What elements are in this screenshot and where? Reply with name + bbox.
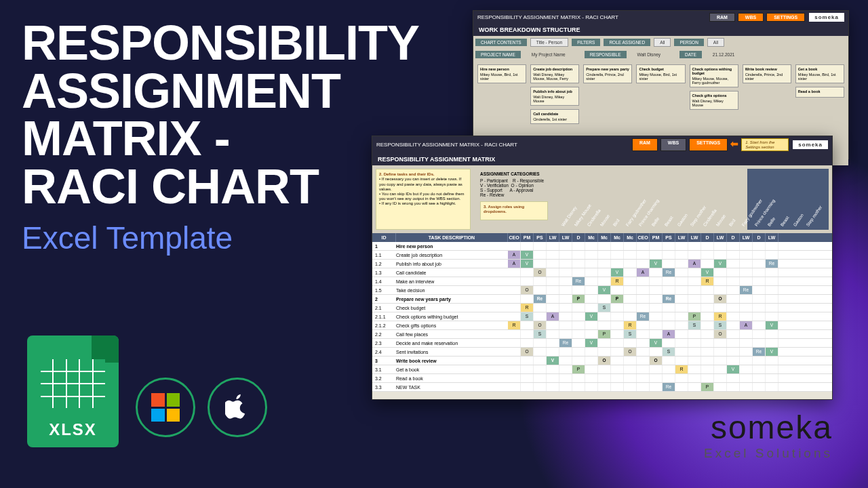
assignment-cell[interactable]: R [521, 304, 534, 312]
assignment-cell[interactable] [559, 295, 572, 303]
assignment-cell[interactable] [559, 268, 572, 277]
assignment-cell[interactable] [663, 286, 675, 294]
assignment-cell[interactable] [714, 374, 727, 382]
assignment-cell[interactable]: P [572, 365, 585, 373]
assignment-cell[interactable] [534, 339, 547, 347]
assignment-cell[interactable] [714, 383, 727, 391]
assignment-cell[interactable] [650, 277, 663, 285]
assignment-cell[interactable] [727, 304, 740, 312]
table-row[interactable]: 3.2Read a book [372, 374, 832, 383]
assignment-cell[interactable] [585, 357, 598, 365]
assignment-cell[interactable] [559, 348, 572, 356]
assignment-cell[interactable] [521, 357, 534, 365]
table-row[interactable]: 1Hire new person [372, 242, 832, 251]
assignment-cell[interactable] [559, 260, 572, 268]
assignment-cell[interactable] [727, 357, 740, 365]
assignment-cell[interactable] [547, 277, 559, 285]
assignment-cell[interactable] [688, 357, 701, 365]
assignment-cell[interactable] [508, 330, 521, 338]
assignment-cell[interactable] [727, 312, 740, 321]
assignment-cell[interactable] [624, 260, 637, 268]
assignment-cell[interactable] [740, 268, 753, 277]
assignment-cell[interactable] [572, 312, 585, 321]
assignment-cell[interactable] [585, 277, 598, 285]
assignment-cell[interactable] [740, 357, 753, 365]
assignment-cell[interactable] [701, 260, 714, 268]
assignment-cell[interactable] [753, 383, 766, 391]
assignment-cell[interactable]: P [572, 295, 585, 303]
assignment-cell[interactable] [650, 304, 663, 312]
assignment-cell[interactable] [637, 348, 650, 356]
table-row[interactable]: 1.1Create job descriptionAV [372, 251, 832, 260]
assignment-cell[interactable]: O [534, 268, 547, 277]
assignment-cell[interactable]: P [688, 312, 701, 321]
assignment-cell[interactable] [572, 251, 585, 259]
assignment-cell[interactable] [598, 365, 611, 373]
assignment-cell[interactable] [753, 295, 766, 303]
assignment-cell[interactable] [637, 277, 650, 285]
assignment-cell[interactable] [508, 304, 521, 312]
assignment-cell[interactable] [663, 277, 675, 285]
assignment-cell[interactable] [663, 374, 675, 382]
assignment-cell[interactable] [714, 286, 727, 294]
assignment-cell[interactable] [637, 260, 650, 268]
assignment-cell[interactable] [534, 383, 547, 391]
settings-button-2[interactable]: SETTINGS [689, 138, 728, 151]
assignment-cell[interactable] [753, 312, 766, 321]
assignment-cell[interactable] [714, 357, 727, 365]
table-row[interactable]: 3.1Get a bookPRV [372, 365, 832, 374]
assignment-cell[interactable] [559, 242, 572, 250]
assignment-cell[interactable] [624, 357, 637, 365]
assignment-cell[interactable]: Re [663, 295, 675, 303]
assignment-cell[interactable] [675, 268, 688, 277]
assignment-cell[interactable]: V [521, 260, 534, 268]
assignment-cell[interactable] [650, 251, 663, 259]
assignment-cell[interactable] [559, 357, 572, 365]
assignment-cell[interactable]: A [637, 268, 650, 277]
assignment-cell[interactable] [727, 383, 740, 391]
wbs-card[interactable]: Create job descriptionWalt Disney, Mikey… [530, 64, 579, 83]
assignment-cell[interactable]: Re [534, 295, 547, 303]
assignment-cell[interactable] [675, 321, 688, 329]
assignment-cell[interactable] [766, 251, 778, 259]
assignment-cell[interactable] [650, 312, 663, 321]
ram-button[interactable]: RAM [709, 13, 735, 22]
assignment-cell[interactable] [766, 304, 778, 312]
assignment-cell[interactable] [675, 330, 688, 338]
assignment-cell[interactable] [688, 268, 701, 277]
assignment-cell[interactable] [766, 268, 778, 277]
assignment-cell[interactable] [753, 260, 766, 268]
assignment-cell[interactable] [753, 365, 766, 373]
assignment-cell[interactable] [740, 242, 753, 250]
assignment-cell[interactable]: A [508, 251, 521, 259]
assignment-cell[interactable] [753, 242, 766, 250]
assignment-cell[interactable]: O [598, 357, 611, 365]
assignment-cell[interactable]: Re [766, 260, 778, 268]
assignment-cell[interactable] [508, 339, 521, 347]
assignment-cell[interactable] [521, 374, 534, 382]
table-row[interactable]: 2.1.2Check gifts optionsRORSSAV [372, 321, 832, 330]
wbs-card[interactable]: Check gifts optionsWalt Disney, Mikey Mo… [690, 91, 738, 110]
assignment-cell[interactable] [701, 357, 714, 365]
assignment-cell[interactable] [559, 321, 572, 329]
assignment-cell[interactable] [701, 286, 714, 294]
assignment-cell[interactable] [701, 312, 714, 321]
assignment-cell[interactable] [688, 339, 701, 347]
assignment-cell[interactable] [624, 251, 637, 259]
assignment-cell[interactable] [611, 251, 624, 259]
assignment-cell[interactable] [585, 321, 598, 329]
assignment-cell[interactable] [624, 312, 637, 321]
assignment-cell[interactable] [766, 374, 778, 382]
wbs-button[interactable]: WBS [738, 13, 764, 22]
assignment-cell[interactable]: S [598, 304, 611, 312]
assignment-cell[interactable] [611, 260, 624, 268]
assignment-cell[interactable] [585, 242, 598, 250]
assignment-cell[interactable] [534, 251, 547, 259]
title-person-filter[interactable]: Title - Person [530, 38, 568, 47]
assignment-cell[interactable] [740, 365, 753, 373]
assignment-cell[interactable] [753, 339, 766, 347]
assignment-cell[interactable] [675, 277, 688, 285]
assignment-cell[interactable] [663, 339, 675, 347]
assignment-cell[interactable] [637, 330, 650, 338]
assignment-cell[interactable] [637, 339, 650, 347]
